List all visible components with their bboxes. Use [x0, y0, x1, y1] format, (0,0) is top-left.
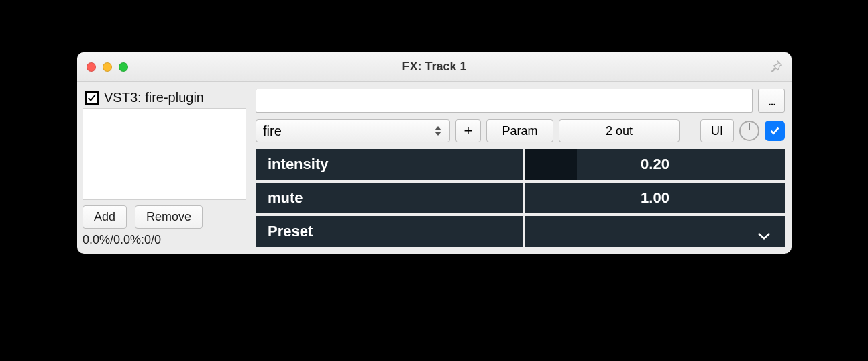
main-panel: ... fire + Param 2 out UI: [252, 82, 792, 254]
param-slider-mute[interactable]: 1.00: [525, 183, 785, 213]
param-slider-intensity[interactable]: 0.20: [525, 149, 785, 180]
fx-list-area[interactable]: [83, 108, 246, 200]
zoom-icon[interactable]: [119, 62, 128, 72]
param-row-intensity: intensity 0.20: [256, 149, 785, 180]
fx-enable-checkbox[interactable]: [85, 91, 99, 105]
preset-row: ...: [256, 89, 785, 113]
titlebar: FX: Track 1: [77, 52, 792, 82]
add-button[interactable]: Add: [83, 205, 127, 229]
sidebar-buttons: Add Remove: [83, 205, 246, 229]
cpu-status-label: 0.0%/0.0%:0/0: [83, 233, 246, 250]
minimize-icon[interactable]: [103, 62, 112, 72]
fx-window: FX: Track 1 VST3: fire-plugin Add Remove…: [77, 52, 792, 254]
preset-label: Preset: [256, 216, 523, 247]
io-button[interactable]: 2 out: [559, 119, 680, 142]
ui-toggle-button[interactable]: UI: [700, 119, 734, 142]
param-label: mute: [256, 183, 523, 213]
program-combo-label: fire: [263, 123, 282, 139]
param-value-text: 0.20: [641, 156, 669, 173]
sidebar: VST3: fire-plugin Add Remove 0.0%/0.0%:0…: [77, 82, 252, 254]
close-icon[interactable]: [87, 62, 96, 72]
param-fill: [525, 149, 577, 180]
remove-button[interactable]: Remove: [135, 205, 203, 229]
param-row-mute: mute 1.00: [256, 183, 785, 213]
preset-name-input[interactable]: [256, 89, 753, 113]
param-button[interactable]: Param: [486, 119, 553, 142]
stepper-icon: [433, 126, 443, 136]
fx-name-label: VST3: fire-plugin: [104, 90, 204, 105]
window-body: VST3: fire-plugin Add Remove 0.0%/0.0%:0…: [77, 82, 792, 254]
bypass-checkbox[interactable]: [765, 121, 785, 141]
preset-menu-button[interactable]: ...: [758, 89, 785, 113]
pin-icon[interactable]: [769, 59, 783, 74]
param-value-text: 1.00: [641, 189, 669, 207]
wet-knob[interactable]: [739, 121, 759, 141]
param-row-preset: Preset: [256, 216, 785, 247]
param-list: intensity 0.20 mute 1.00 Preset: [256, 149, 785, 247]
window-title: FX: Track 1: [77, 60, 792, 74]
param-label: intensity: [256, 149, 523, 180]
fx-list-item[interactable]: VST3: fire-plugin: [83, 89, 246, 107]
toolbar-row: fire + Param 2 out UI: [256, 119, 785, 142]
chevron-down-icon: [757, 227, 771, 236]
program-combo[interactable]: fire: [256, 119, 450, 142]
preset-dropdown[interactable]: [525, 216, 785, 247]
traffic-lights: [87, 62, 128, 72]
add-param-button[interactable]: +: [455, 119, 481, 142]
